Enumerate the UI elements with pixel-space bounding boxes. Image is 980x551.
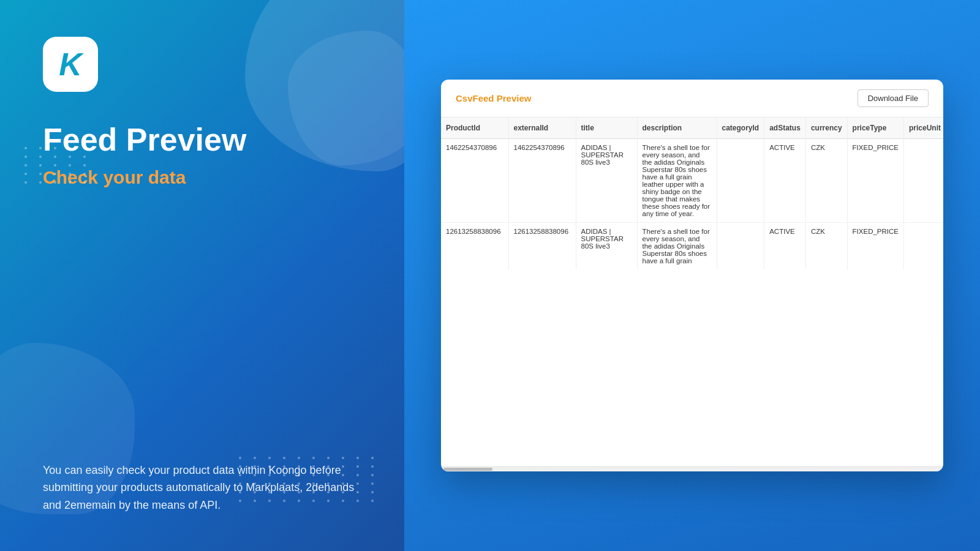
cell-row1-col4 <box>717 223 764 270</box>
data-table: ProductId externalId title description c… <box>441 118 943 269</box>
cell-row1-col2: ADIDAS | SUPERSTAR 80S live3 <box>576 223 637 270</box>
table-row: 1261325883809612613258838096ADIDAS | SUP… <box>441 223 943 270</box>
table-header-row: ProductId externalId title description c… <box>441 118 943 139</box>
cell-row0-col6: CZK <box>805 139 847 223</box>
card-header: CsvFeed Preview Download File <box>441 80 943 118</box>
col-header-title: title <box>576 118 637 139</box>
cell-row0-col1: 1462254370896 <box>508 139 576 223</box>
col-header-externalid: externalId <box>508 118 576 139</box>
table-wrapper[interactable]: ProductId externalId title description c… <box>441 118 943 467</box>
cell-row0-col2: ADIDAS | SUPERSTAR 80S live3 <box>576 139 637 223</box>
table-body: 14622543708961462254370896ADIDAS | SUPER… <box>441 139 943 270</box>
cell-row1-col7: FIXED_PRICE <box>847 223 903 270</box>
cell-row0-col5: ACTIVE <box>764 139 806 223</box>
dot-grid-top-left <box>24 147 92 184</box>
cell-row1-col5: ACTIVE <box>764 223 806 270</box>
scrollbar-area[interactable] <box>441 467 943 471</box>
col-header-productid: ProductId <box>441 118 508 139</box>
col-header-pricetype: priceType <box>847 118 903 139</box>
cell-row0-col3: There's a shell toe for every season, an… <box>637 139 717 223</box>
cell-row0-col0: 1462254370896 <box>441 139 508 223</box>
cell-row0-col8 <box>904 139 944 223</box>
card-title: CsvFeed Preview <box>456 93 531 103</box>
cell-row1-col8 <box>904 223 944 270</box>
cell-row1-col6: CZK <box>805 223 847 270</box>
col-header-currency: currency <box>805 118 847 139</box>
csv-card: CsvFeed Preview Download File ProductId … <box>441 80 943 471</box>
cell-row0-col4 <box>717 139 764 223</box>
table-row: 14622543708961462254370896ADIDAS | SUPER… <box>441 139 943 223</box>
scrollbar-thumb <box>443 468 492 471</box>
col-header-description: description <box>637 118 717 139</box>
col-header-categoryid: categoryId <box>717 118 764 139</box>
cell-row1-col3: There's a shell toe for every season, an… <box>637 223 717 270</box>
decorative-blob-3 <box>0 343 135 514</box>
download-button[interactable]: Download File <box>858 89 929 107</box>
col-header-adstatus: adStatus <box>764 118 806 139</box>
dot-grid-bottom-right <box>239 457 380 502</box>
cell-row1-col1: 12613258838096 <box>508 223 576 270</box>
cell-row1-col0: 12613258838096 <box>441 223 508 270</box>
left-panel: K Feed Preview Check your data You can e… <box>0 0 404 551</box>
logo-box: K <box>43 37 98 92</box>
col-header-priceunit: priceUnit <box>904 118 944 139</box>
logo-letter: K <box>59 48 82 80</box>
cell-row0-col7: FIXED_PRICE <box>847 139 903 223</box>
right-panel: CsvFeed Preview Download File ProductId … <box>404 0 980 551</box>
